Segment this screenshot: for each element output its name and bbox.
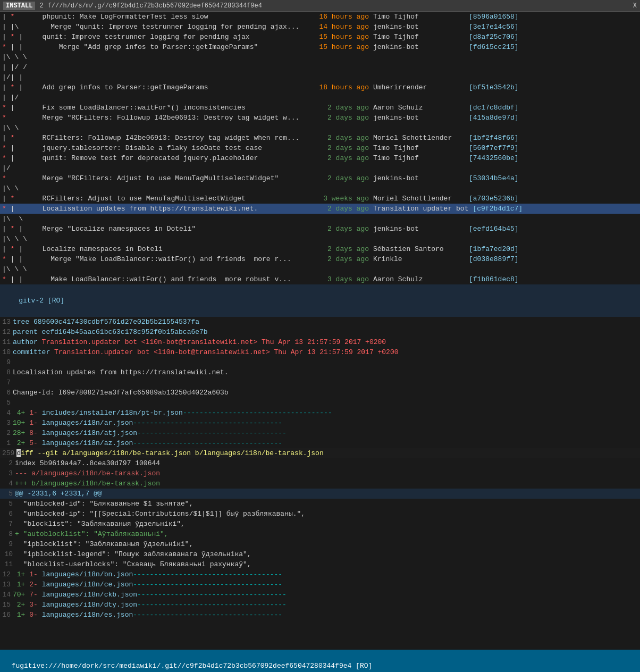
log-line[interactable]: |/: [0, 163, 640, 173]
time-col: 2 days ago: [310, 204, 369, 214]
message-col: Make LoadBalancer::waitFor() and friends…: [34, 274, 310, 284]
log-line[interactable]: |/| |: [0, 72, 640, 82]
log-line[interactable]: * | jquery.tablesorter: Disable a flaky …: [0, 143, 640, 153]
more-diff-stats: 12 1+ 1- languages/i18n/bn.json---------…: [0, 569, 640, 620]
diff-stat-row: 16 1+ 0- languages/i18n/es.json---------…: [0, 610, 640, 620]
log-line[interactable]: | * | Merge "Localize namespaces in Dote…: [0, 224, 640, 234]
graph-col: | |\: [2, 22, 34, 32]
time-col: 2 days ago: [310, 133, 369, 143]
git-log: | * phpunit: Make LogFormatterTest less …: [0, 12, 640, 284]
graph-col: * | |: [2, 42, 34, 52]
author-col: jenkins-bot: [369, 113, 465, 123]
author-col: Moriel Schottlender: [369, 133, 465, 143]
graph-col: *: [2, 173, 34, 183]
log-line[interactable]: * | Localisation updates from https://tr…: [0, 204, 640, 214]
graph-col: | *: [2, 194, 34, 204]
hash-col: [f1b861dec8]: [465, 274, 523, 284]
diff-context-line: 8+ "autoblocklist": "Аўтаблякаваньні",: [0, 529, 640, 539]
terminal: INSTALL 2 f///h/d/s/m/.g//c9f2b4d1c72b3c…: [0, 0, 640, 620]
time-col: 2 days ago: [310, 173, 369, 183]
time-col: 3 days ago: [310, 274, 369, 284]
diff-stat-row: 1470+ 7- languages/i18n/ckb.json--------…: [0, 590, 640, 600]
graph-col: |/| |: [2, 72, 34, 82]
log-line[interactable]: | * | qunit: Improve testrunner logging …: [0, 32, 640, 42]
diff-context-line: 7 "blocklist": "Заблякаваныя ўдзельнікі"…: [0, 519, 640, 529]
commit-meta-line: 11author Translation.updater bot <l10n-b…: [0, 337, 640, 347]
graph-col: | *: [2, 12, 34, 22]
message-col: qunit: Remove test for deprecated jquery…: [34, 153, 310, 163]
log-line[interactable]: * | | Make LoadBalancer::waitFor() and f…: [0, 274, 640, 284]
tab-number: 2: [39, 2, 43, 10]
graph-col: |\ \: [2, 123, 34, 133]
author-col: Translation updater bot: [369, 204, 468, 214]
hash-col: [fd615cc215]: [465, 42, 523, 52]
log-line[interactable]: | * RCFilters: Followup I42be06913: Dest…: [0, 133, 640, 143]
time-col: 15 hours ago: [310, 42, 369, 52]
hash-col: [c9f2b4d1c7]: [468, 204, 527, 214]
log-line[interactable]: * | qunit: Remove test for deprecated jq…: [0, 153, 640, 163]
diff-stat-row: 228+ 8- languages/i18n/atj.json---------…: [0, 428, 640, 438]
author-col: Sébastien Santoro: [369, 244, 465, 254]
log-line[interactable]: | |\ Merge "qunit: Improve testrunner lo…: [0, 22, 640, 32]
author-col: jenkins-bot: [369, 224, 465, 234]
hash-col: [1bf2f48f66]: [465, 133, 523, 143]
diff-afile-line: 3--- a/languages/i18n/be-tarask.json: [0, 468, 640, 478]
log-line[interactable]: | * RCFilters: Adjust to use MenuTagMult…: [0, 194, 640, 204]
diff-context-line: 5 "unblocked-id": "Блякаваньне $1 зьнята…: [0, 499, 640, 509]
diff-stat-row: 4 4+ 1- includes/installer/i18n/pt-br.js…: [0, 408, 640, 418]
time-col: 2 days ago: [310, 103, 369, 113]
log-line[interactable]: * | | Merge "Make LoadBalancer::waitFor(…: [0, 254, 640, 264]
log-line[interactable]: * Merge "RCFilters: Followup I42be06913:…: [0, 113, 640, 123]
hash-col: [415a8de97d]: [465, 113, 523, 123]
tab-path: f///h/d/s/m/.g//c9f2b4d1c72b3cb567092dee…: [48, 2, 262, 10]
message-col: qunit: Improve testrunner logging for pe…: [34, 32, 310, 42]
diff-context-line: 9 "ipblocklist": "Заблякаваныя ўдзельнік…: [0, 539, 640, 549]
log-line[interactable]: | * | Add grep infos to Parser::getImage…: [0, 82, 640, 93]
graph-col: |\ \ \: [2, 264, 34, 274]
graph-col: | * |: [2, 244, 34, 254]
time-col: 16 hours ago: [310, 12, 369, 22]
hash-col: [1bfa7ed20d]: [465, 244, 523, 254]
diff-context-line: 11 "blocklist-userblocks": "Схаваць Бляк…: [0, 559, 640, 569]
commit-meta-line: 9: [0, 357, 640, 367]
commit-meta-line: 10committer Translation.updater bot <l10…: [0, 347, 640, 357]
log-line[interactable]: * | | Merge "Add grep infos to Parser::g…: [0, 42, 640, 52]
log-line[interactable]: |\ \ \: [0, 52, 640, 62]
graph-col: *: [2, 113, 34, 123]
hash-col: [74432560be]: [465, 153, 523, 163]
author-col: Umherirrender: [369, 82, 465, 93]
message-col: phpunit: Make LogFormatterTest less slow: [34, 12, 310, 22]
commit-metadata: 13tree 689600c417430cdbf5761d27e02b5b215…: [0, 317, 640, 408]
log-line[interactable]: | * phpunit: Make LogFormatterTest less …: [0, 12, 640, 22]
author-col: jenkins-bot: [369, 173, 465, 183]
title-bar: INSTALL 2 f///h/d/s/m/.g//c9f2b4d1c72b3c…: [0, 0, 640, 12]
hash-col: [53034b5e4a]: [465, 173, 523, 183]
log-line[interactable]: * Merge "RCFilters: Adjust to use MenuTa…: [0, 173, 640, 183]
log-line[interactable]: * | Fix some LoadBalancer::waitFor*() in…: [0, 103, 640, 113]
close-icon[interactable]: X: [633, 2, 637, 10]
time-col: 2 days ago: [310, 143, 369, 153]
diff-stat-row: 13 1+ 2- languages/i18n/ce.json---------…: [0, 579, 640, 590]
hash-col: [eefd164b45]: [465, 224, 523, 234]
log-line[interactable]: | |/ /: [0, 62, 640, 72]
diff-bfile-line: 4+++ b/languages/i18n/be-tarask.json: [0, 478, 640, 489]
log-line[interactable]: |\ \: [0, 123, 640, 133]
log-line[interactable]: | |/: [0, 93, 640, 103]
graph-col: |\ \ \: [2, 52, 34, 62]
log-line[interactable]: |\ \: [0, 214, 640, 224]
message-col: Merge "RCFilters: Followup I42be06913: D…: [34, 113, 310, 123]
author-col: Timo Tijhof: [369, 32, 465, 42]
message-col: Localisation updates from https://transl…: [34, 204, 310, 214]
log-line[interactable]: |\ \ \: [0, 234, 640, 244]
diff-stat-row: 310+ 1- languages/i18n/ar.json----------…: [0, 418, 640, 428]
message-col: Merge "qunit: Improve testrunner logging…: [34, 22, 310, 32]
log-line[interactable]: | * | Localize namespaces in Doteli2 day…: [0, 244, 640, 254]
log-line[interactable]: |\ \: [0, 183, 640, 194]
install-label: INSTALL: [3, 2, 35, 10]
log-line[interactable]: |\ \ \: [0, 264, 640, 274]
hash-col: [a703e5236b]: [465, 194, 523, 204]
diff-stat-row: 1 2+ 5- languages/i18n/az.json----------…: [0, 438, 640, 448]
author-col: Moriel Schottlender: [369, 194, 465, 204]
status-bar: fugitive:///home/dork/src/mediawiki/.git…: [0, 650, 640, 672]
diff-content: 259diff --git a/languages/i18n/be-tarask…: [0, 448, 640, 569]
